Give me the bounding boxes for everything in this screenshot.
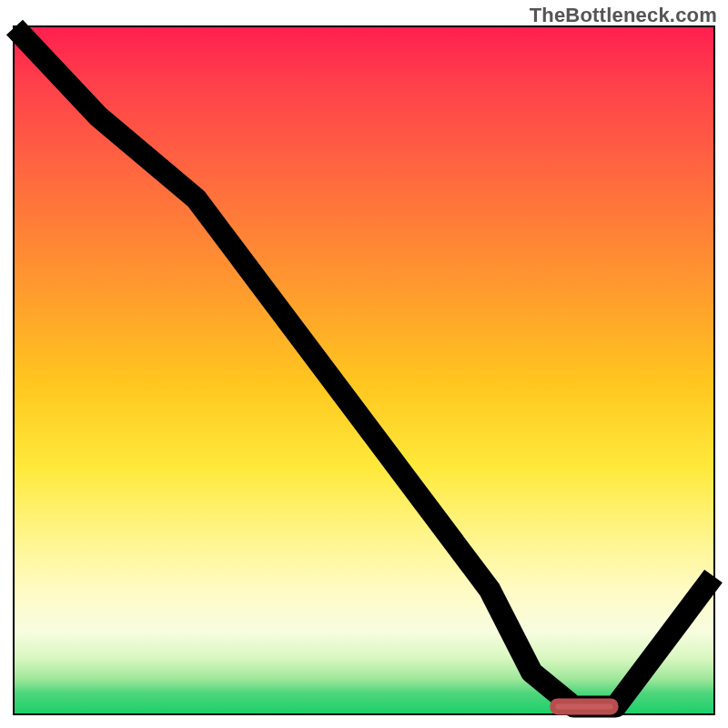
watermark-text: TheBottleneck.com xyxy=(530,4,717,27)
chart-frame xyxy=(13,25,715,715)
curve-path xyxy=(15,27,713,706)
plot-svg xyxy=(15,27,713,713)
chart-stage: TheBottleneck.com xyxy=(0,0,728,728)
minimum-marker xyxy=(552,701,615,712)
